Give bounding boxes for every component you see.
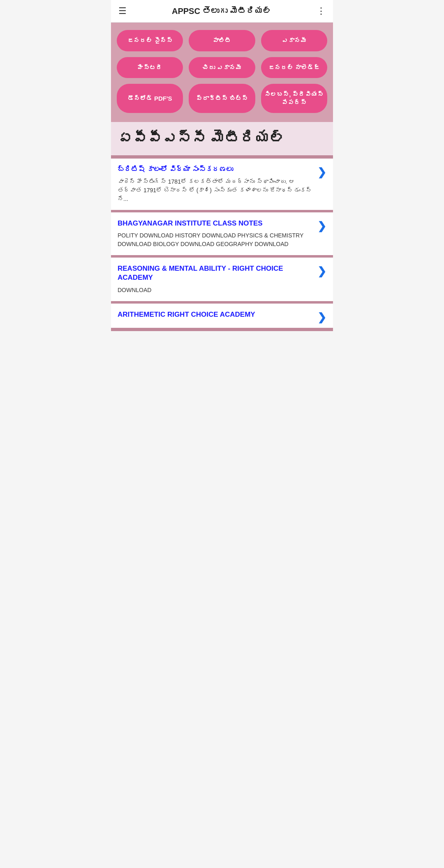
list-item-content-reasoning-mental-ability: REASONING & MENTAL ABILITY - RIGHT CHOIC… [118, 264, 317, 294]
category-btn-general-science[interactable]: జనరల్ సైన్స్ [117, 30, 183, 51]
list-item-content-arithmetic-right-choice: ARITHEMETIC RIGHT CHOICE ACADEMY [118, 310, 317, 322]
list-item-content-british-era-education: బ్రిటిష్ కాలంలో విద్యా సంస్కరణలువారెన్ హ… [118, 165, 317, 203]
category-btn-polity[interactable]: పాలిటీ [189, 30, 255, 51]
list-item-title-arithmetic-right-choice: ARITHEMETIC RIGHT CHOICE ACADEMY [118, 310, 312, 319]
list-item-arithmetic-right-choice[interactable]: ARITHEMETIC RIGHT CHOICE ACADEMY❯ [111, 304, 333, 328]
list-item-title-reasoning-mental-ability: REASONING & MENTAL ABILITY - RIGHT CHOIC… [118, 264, 312, 282]
list-item-desc-bhagyanagar-notes: POLITY DOWNLOAD HISTORY DOWNLOAD PHYSICS… [118, 231, 312, 249]
list-item-reasoning-mental-ability[interactable]: REASONING & MENTAL ABILITY - RIGHT CHOIC… [111, 258, 333, 301]
list-item-arrow-british-era-education: ❯ [317, 166, 326, 179]
category-btn-download-pdfs[interactable]: డౌన్లోడ్ PDF'S [117, 84, 183, 113]
list-item-content-bhagyanagar-notes: BHAGYANAGAR INSTITUTE CLASS NOTESPOLITY … [118, 219, 317, 249]
app-header: ☰ APPSC తెలుగు మెటీరియల్ ⋮ [111, 0, 333, 23]
list-item-arrow-arithmetic-right-choice: ❯ [317, 311, 326, 324]
category-btn-history[interactable]: హిస్టరీ [117, 57, 183, 78]
list-item-desc-reasoning-mental-ability: DOWNLOAD [118, 286, 312, 295]
list-item-title-bhagyanagar-notes: BHAGYANAGAR INSTITUTE CLASS NOTES [118, 219, 312, 228]
list-item-title-british-era-education: బ్రిటిష్ కాలంలో విద్యా సంస్కరణలు [118, 165, 312, 174]
menu-icon[interactable]: ☰ [118, 6, 127, 16]
list-item-arrow-reasoning-mental-ability: ❯ [317, 265, 326, 278]
list-item-desc-british-era-education: వారెన్ హేస్టింగ్స్ 1781లో కలకత్తాలో మదర్… [118, 177, 312, 203]
category-btn-general-knowledge[interactable]: జనరల్ నాలెడ్జ్ [261, 57, 327, 78]
more-options-icon[interactable]: ⋮ [317, 6, 326, 16]
content-list: బ్రిటిష్ కాలంలో విద్యా సంస్కరణలువారెన్ హ… [111, 155, 333, 331]
section-title-bar: ఏపీపీఎస్సీ మెటీరియల్ [111, 122, 333, 155]
category-btn-syllabus-papers[interactable]: సిలబస్, ప్రీవియస్ పేపర్స్ [261, 84, 327, 113]
list-item-bhagyanagar-notes[interactable]: BHAGYANAGAR INSTITUTE CLASS NOTESPOLITY … [111, 212, 333, 255]
category-btn-micro-economy[interactable]: చిరు ఎకానమీ [189, 57, 255, 78]
category-btn-practice-bits[interactable]: ప్రాక్టీస్ బిట్స్ [189, 84, 255, 113]
list-item-arrow-bhagyanagar-notes: ❯ [317, 220, 326, 233]
section-title: ఏపీపీఎస్సీ మెటీరియల్ [118, 129, 326, 147]
categories-grid: జనరల్ సైన్స్పాలిటీఎకానమీహిస్టరీచిరు ఎకాన… [111, 23, 333, 122]
app-title: APPSC తెలుగు మెటీరియల్ [127, 7, 317, 16]
category-btn-economy[interactable]: ఎకానమీ [261, 30, 327, 51]
list-item-british-era-education[interactable]: బ్రిటిష్ కాలంలో విద్యా సంస్కరణలువారెన్ హ… [111, 159, 333, 210]
